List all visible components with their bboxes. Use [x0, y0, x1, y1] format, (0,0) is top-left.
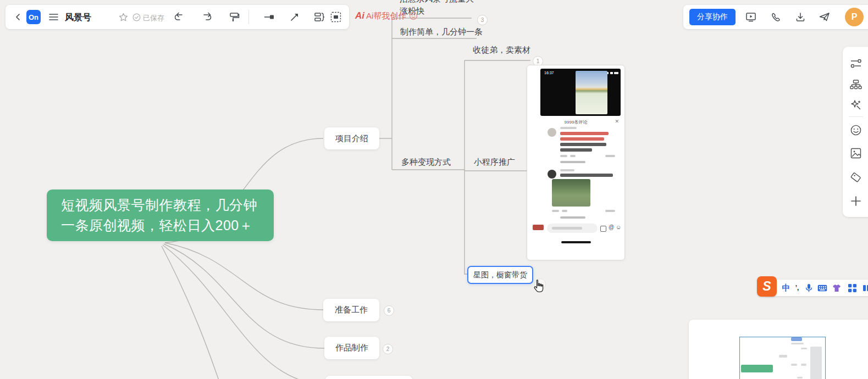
node-style-icon[interactable] [849, 57, 863, 71]
phone-time: 16:37 [544, 71, 554, 75]
back-button[interactable] [11, 9, 25, 25]
minimap-node [779, 355, 787, 358]
beautify-magic-icon[interactable] [849, 98, 863, 112]
comments-title: 9999条评论 [565, 119, 588, 125]
phone-video-area: 16:37 [540, 69, 621, 116]
like-count-placeholder [605, 210, 615, 212]
send-button[interactable] [817, 9, 832, 25]
home-indicator [561, 241, 591, 243]
node-intro[interactable]: 项目介绍 [324, 127, 379, 149]
insert-image-icon[interactable] [849, 146, 863, 160]
tag-icon[interactable] [849, 170, 863, 185]
node-flow-line1: 治愈系风景号流量大 [400, 0, 474, 5]
saved-check-icon [132, 11, 141, 23]
root-text-line1: 短视频风景号制作教程，几分钟 [61, 195, 274, 215]
node-monetize[interactable]: 多种变现方式 [401, 157, 451, 168]
comment1-avatar [548, 128, 556, 137]
comment1-text-placeholder [560, 143, 606, 146]
document-title[interactable]: 风景号 [65, 12, 91, 24]
likes-placeholder [552, 210, 559, 212]
connector-line-button[interactable] [262, 9, 277, 25]
ime-skin-icon[interactable] [831, 281, 842, 295]
ime-more-icon[interactable] [862, 281, 868, 295]
attached-image-node[interactable]: 16:37 9999条评论 ✕ [527, 65, 625, 260]
comment2-username-placeholder [560, 169, 574, 171]
likes-placeholder [560, 155, 567, 157]
minimap-root-node [741, 365, 773, 372]
arrow-button[interactable] [287, 9, 302, 25]
presentation-button[interactable] [743, 9, 759, 25]
minimap-image-node [810, 347, 822, 379]
minimap-viewport[interactable] [739, 337, 826, 379]
reply-placeholder [562, 210, 567, 212]
like-count-placeholder [605, 155, 615, 157]
badge-produce[interactable]: 2 [383, 344, 393, 354]
on-logo[interactable]: On [26, 10, 41, 24]
node-apprentice[interactable]: 收徒弟，卖素材 [473, 45, 530, 55]
ai-smiley-icon [409, 12, 418, 20]
node-produce[interactable]: 作品制作 [324, 337, 379, 359]
add-plus-icon[interactable] [849, 194, 863, 208]
minimap-node [801, 348, 807, 349]
node-partial-bottom[interactable] [325, 376, 412, 379]
menu-button[interactable] [46, 9, 60, 25]
download-button[interactable] [793, 9, 808, 25]
share-collab-button[interactable]: 分享协作 [689, 9, 736, 25]
toolbar-divider [248, 10, 249, 24]
emoji-icon[interactable] [849, 123, 863, 137]
minimap-node [797, 377, 803, 378]
ai-logo: Ai [355, 10, 364, 21]
comment1-text-placeholder [560, 148, 592, 152]
call-button[interactable] [768, 9, 783, 25]
mindmap-root-node[interactable]: 短视频风景号制作教程，几分钟 一条原创视频，轻松日入200＋ [47, 190, 274, 241]
ai-create-button[interactable]: Ai Ai帮我创作 [355, 10, 418, 21]
user-avatar[interactable]: P [845, 8, 864, 26]
summary-bracket-button[interactable] [312, 9, 327, 25]
reply-placeholder [570, 155, 576, 157]
minimap-node [791, 343, 804, 344]
comment2-text-placeholder [560, 174, 613, 177]
sogou-logo[interactable]: S [757, 276, 777, 297]
frame-button[interactable] [328, 9, 344, 25]
minimap-panel[interactable] [689, 320, 868, 379]
root-text-line2: 一条原创视频，轻松日入200＋ [61, 215, 274, 236]
redo-button[interactable] [199, 9, 214, 25]
emoji-input-icon: ☺ [616, 224, 621, 230]
sidebar-divider [849, 116, 863, 117]
mention-icon: @ [609, 224, 614, 230]
expand-replies-placeholder [560, 216, 585, 219]
image-upload-icon [600, 226, 606, 232]
wifi-icon [610, 72, 613, 74]
node-easy[interactable]: 制作简单，几分钟一条 [400, 27, 483, 37]
format-painter-button[interactable] [226, 9, 242, 25]
comments-close-icon: ✕ [615, 119, 619, 124]
saved-status: 已保存 [143, 13, 164, 23]
ime-chinese-mode[interactable]: 中 [781, 281, 792, 295]
structure-layout-icon[interactable] [849, 78, 863, 92]
ime-keyboard-icon[interactable] [816, 281, 828, 295]
minimap-node [791, 337, 802, 341]
mouse-cursor [532, 278, 546, 295]
node-xingtu[interactable]: 星图，橱窗带货 [467, 266, 533, 284]
whiteboard-canvas[interactable]: 短视频风景号制作教程，几分钟 一条原创视频，轻松日入200＋ 治愈系风景号流量大… [0, 0, 868, 379]
video-thumbnail [576, 71, 607, 114]
comment1-text-placeholder [560, 137, 604, 141]
favorite-star-icon[interactable] [117, 10, 130, 24]
node-miniprogram[interactable]: 小程序推广 [474, 157, 515, 168]
node-prepare[interactable]: 准备工作 [323, 299, 379, 321]
comment-input [547, 224, 598, 233]
comment2-image [552, 179, 590, 207]
minimap-node [801, 364, 806, 366]
battery-icon [614, 72, 618, 74]
badge-flow[interactable]: 3 [477, 15, 488, 25]
comment2-avatar [548, 170, 556, 179]
ime-toolbox-icon[interactable] [847, 281, 858, 295]
badge-prepare[interactable]: 6 [384, 305, 394, 316]
input-placeholder-bar [552, 227, 582, 230]
undo-button[interactable] [172, 9, 187, 25]
ime-microphone-icon[interactable] [804, 281, 814, 295]
expand-replies-placeholder [560, 161, 585, 163]
minimap-node [791, 364, 797, 366]
ai-create-label: Ai帮我创作 [366, 11, 406, 21]
ime-punctuation[interactable]: ’, [793, 281, 801, 295]
